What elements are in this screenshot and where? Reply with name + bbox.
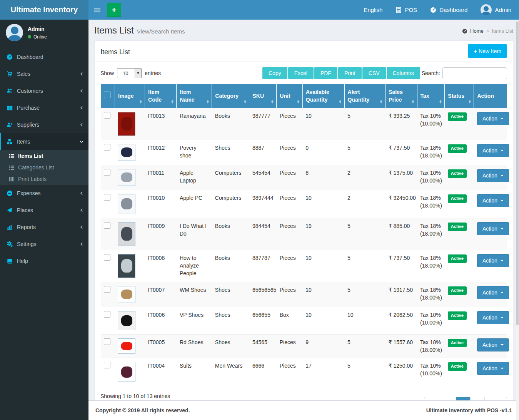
available-quantity-cell: 10	[302, 282, 344, 307]
sidebar-subitem-items-list[interactable]: Items List	[0, 150, 88, 162]
sidebar-subitem-print-labels[interactable]: Print Labels	[0, 173, 88, 185]
header-available-quantity[interactable]: Available Quantity	[302, 84, 344, 108]
item-code-cell: IT0009	[145, 218, 177, 250]
red-sneaker-shoe-image	[118, 338, 135, 354]
sidebar-subitem-categories-list[interactable]: Categories List	[0, 162, 88, 173]
pos-link[interactable]: POS	[396, 7, 417, 13]
header-item-code[interactable]: Item Code	[145, 84, 177, 108]
row-checkbox[interactable]	[104, 338, 110, 345]
print-button[interactable]: Print	[338, 67, 362, 79]
breadcrumb-home[interactable]: Home	[470, 28, 484, 34]
action-button[interactable]: Action	[477, 362, 509, 375]
user-online-status[interactable]: Online	[28, 34, 47, 40]
row-checkbox[interactable]	[104, 112, 110, 119]
alert-quantity-cell: 2	[344, 190, 385, 218]
scrollbar-thumb[interactable]	[516, 21, 519, 325]
item-image-blob	[121, 227, 133, 241]
row-checkbox[interactable]	[104, 169, 110, 176]
action-button[interactable]: Action	[477, 286, 509, 299]
sidebar-item-settings[interactable]: Settings	[0, 236, 88, 253]
user-menu[interactable]: Admin	[481, 4, 511, 15]
row-checkbox[interactable]	[104, 144, 110, 151]
action-button[interactable]: Action	[477, 222, 509, 235]
row-checkbox[interactable]	[104, 254, 110, 261]
sales-price-cell: ₹ 737.50	[385, 250, 417, 282]
online-status-label: Online	[33, 34, 47, 40]
sidebar-item-expenses[interactable]: Expenses	[0, 185, 88, 202]
caret-down-icon	[501, 228, 504, 229]
sku-cell: 984454	[249, 218, 277, 250]
sidebar-item-items[interactable]: Items	[0, 133, 88, 150]
action-button[interactable]: Action	[477, 311, 509, 324]
page-length-select[interactable]: 10	[117, 68, 142, 78]
tax-cell: Tax 18%(18.00%)	[417, 140, 445, 165]
item-code-cell: IT0006	[145, 307, 177, 334]
checkbox-cell	[101, 218, 115, 250]
copy-button[interactable]: Copy	[262, 67, 287, 79]
header-item-name[interactable]: Item Name	[177, 84, 212, 108]
pdf-button[interactable]: PDF	[314, 67, 337, 79]
chevron-left-icon	[80, 208, 83, 212]
row-checkbox[interactable]	[104, 286, 110, 293]
excel-button[interactable]: Excel	[288, 67, 314, 79]
header-category[interactable]: Category	[212, 84, 249, 108]
header-sales-price[interactable]: Sales Price	[385, 84, 417, 108]
row-checkbox[interactable]	[104, 311, 110, 318]
quick-add-button[interactable]	[107, 3, 121, 17]
sidebar-item-customers[interactable]: Customers	[0, 82, 88, 99]
item-code-cell: IT0012	[145, 140, 177, 165]
action-button[interactable]: Action	[477, 338, 509, 351]
items-table-wrap: Image Item Code Item Name Category SKU U…	[95, 84, 513, 386]
sidebar-item-dashboard[interactable]: Dashboard	[0, 49, 88, 65]
item-image-blob	[121, 289, 133, 299]
item-name-cell: VP Shoes	[177, 307, 212, 334]
caret-down-icon	[501, 317, 504, 318]
language-menu[interactable]: English	[364, 7, 382, 13]
header-image[interactable]: Image	[115, 84, 145, 108]
status-badge: Active	[448, 362, 467, 371]
calculator-icon	[396, 7, 402, 13]
table-row: IT0011 Apple Laptop Computers 545454 Pie…	[101, 165, 507, 190]
sort-icon	[244, 100, 247, 104]
caret-down-icon	[501, 118, 504, 119]
category-cell: Books	[212, 108, 249, 140]
action-button[interactable]: Action	[477, 144, 509, 157]
csv-button[interactable]: CSV	[362, 67, 386, 79]
action-button[interactable]: Action	[477, 112, 509, 125]
action-button[interactable]: Action	[477, 169, 509, 182]
status-badge: Active	[448, 144, 467, 153]
sidebar-item-purchase[interactable]: Purchase	[0, 99, 88, 116]
sidebar-toggle-icon[interactable]	[88, 0, 105, 20]
columns-button[interactable]: Columns	[387, 67, 420, 79]
chevron-down-icon	[80, 140, 83, 144]
header-status[interactable]: Status	[445, 84, 474, 108]
sidebar-item-places[interactable]: Places	[0, 202, 88, 219]
dashboard-link[interactable]: Dashboard	[430, 7, 467, 13]
i-do-what-i-do-book-cover-image	[118, 222, 135, 246]
app-brand[interactable]: Ultimate Inventory	[0, 0, 88, 20]
row-checkbox[interactable]	[104, 222, 110, 229]
sales-price-cell: ₹ 2062.50	[385, 307, 417, 334]
header-sku[interactable]: SKU	[249, 84, 277, 108]
header-alert-quantity[interactable]: Alert Quantity	[344, 84, 385, 108]
new-item-button[interactable]: New Item	[468, 44, 507, 58]
action-button[interactable]: Action	[477, 194, 509, 207]
alert-quantity-cell: 5	[344, 282, 385, 307]
status-cell: Active	[445, 108, 474, 140]
row-checkbox[interactable]	[104, 362, 110, 368]
header-tax[interactable]: Tax	[417, 84, 445, 108]
sort-icon	[139, 100, 142, 104]
action-button[interactable]: Action	[477, 254, 509, 267]
header-unit[interactable]: Unit	[277, 84, 303, 108]
select-all-checkbox[interactable]	[104, 92, 110, 98]
sidebar-item-suppliers[interactable]: Suppliers	[0, 116, 88, 133]
table-row: IT0013 Ramayana Books 987777 Pieces 10 5…	[101, 108, 507, 140]
available-quantity-cell: 10	[302, 250, 344, 282]
search-input[interactable]	[442, 67, 507, 79]
sidebar-item-reports[interactable]: Reports	[0, 219, 88, 236]
image-cell	[115, 358, 145, 386]
row-checkbox[interactable]	[104, 194, 110, 201]
tax-cell: Tax 10%(10.00%)	[417, 358, 445, 386]
sidebar-item-help[interactable]: Help	[0, 253, 88, 269]
sidebar-item-sales[interactable]: Sales	[0, 65, 88, 82]
